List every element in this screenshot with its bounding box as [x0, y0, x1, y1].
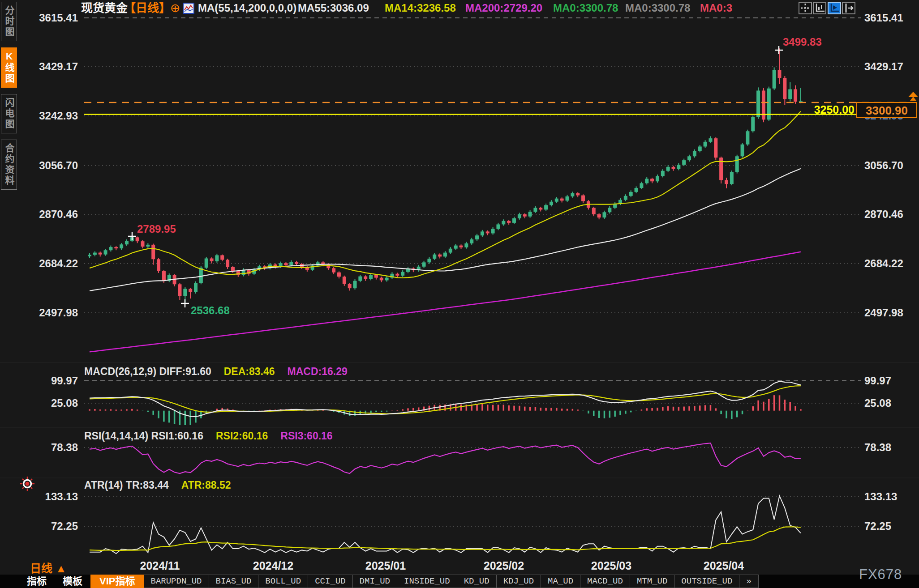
- y-axis-label-right: 99.97: [864, 375, 891, 387]
- rsi-hdr-part-1: RSI(14,14,14) RSI1:60.16: [84, 430, 203, 442]
- last-price-tag: 3300.90: [856, 102, 917, 118]
- y-axis-label-right: 2870.46: [864, 209, 903, 220]
- toolbar-tab-kdj_ud[interactable]: KDJ_UD: [496, 575, 541, 588]
- y-axis-label-left: 2497.98: [26, 307, 78, 319]
- trading-terminal: 分时图K线图闪电图合约资料 现货黄金 【日线】 ⊕ MA(55,14,200,0…: [0, 0, 919, 588]
- y-axis-label-right: 3615.41: [864, 12, 903, 24]
- macd-hdr-part-1: MACD(26,12,9) DIFF:91.60: [84, 366, 211, 377]
- chart-mode-sidebar: 分时图K线图闪电图合约资料: [0, 2, 15, 190]
- level-line-label: 3250.00: [788, 103, 855, 116]
- toolbar-tab-dmi_ud[interactable]: DMI_UD: [352, 575, 397, 588]
- toolbar-tab-outside_ud[interactable]: OUTSIDE_UD: [674, 575, 739, 588]
- atr-header: ATR(14) TR:83.44ATR:88.52: [84, 479, 244, 491]
- watermark-fx678: FX678: [859, 567, 902, 583]
- sidebar-item-3[interactable]: 闪电图: [1, 94, 17, 133]
- sidebar-item-4[interactable]: 合约资料: [1, 140, 17, 190]
- toolbar-tab-bias_ud[interactable]: BIAS_UD: [209, 575, 259, 588]
- toolbar-tab-inside_ud[interactable]: INSIDE_UD: [397, 575, 457, 588]
- y-axis-label-right: 133.13: [864, 491, 897, 503]
- axis-auto-icon[interactable]: [828, 2, 841, 14]
- macd-header: MACD(26,12,9) DIFF:91.60DEA:83.46MACD:16…: [84, 366, 360, 378]
- y-axis-label-left: 99.97: [26, 375, 78, 387]
- ma-readout-3: MA200:2729.20: [465, 1, 542, 15]
- mini-chart-icon[interactable]: [183, 3, 194, 16]
- live-record-icon[interactable]: [20, 476, 35, 493]
- y-axis-label-right: 2684.22: [864, 258, 903, 269]
- candlestick-chart-canvas[interactable]: [0, 0, 919, 588]
- toolbar-tab-mtm_ud[interactable]: MTM_UD: [630, 575, 674, 588]
- timeframe-selector[interactable]: 日线 ▲: [30, 559, 67, 575]
- ma-readout-2: MA14:3236.58: [385, 1, 456, 15]
- y-axis-label-left: 3429.17: [26, 61, 78, 72]
- y-axis-label-right: 3056.70: [864, 160, 903, 171]
- x-axis-month-label: 2025/01: [365, 559, 406, 572]
- rsi-header: RSI(14,14,14) RSI1:60.16RSI2:60.16RSI3:6…: [84, 430, 345, 442]
- macd-hdr-part-2: DEA:83.46: [224, 366, 275, 377]
- rsi-hdr-part-3: RSI3:60.16: [280, 430, 332, 442]
- symbol-title: 现货黄金: [81, 1, 128, 15]
- toolbar-tab-[interactable]: 模板: [55, 575, 90, 588]
- x-axis-month-label: 2025/02: [484, 559, 524, 572]
- ma-readout-1: MA55:3036.09: [298, 1, 369, 15]
- toolbar-tab-cci_ud[interactable]: CCI_UD: [308, 575, 352, 588]
- x-axis-month-label: 2025/04: [704, 559, 744, 572]
- price-up-arrow-inner-icon: [910, 97, 916, 101]
- y-axis-label-left: 72.25: [26, 520, 78, 532]
- atr-hdr-part-1: ATR(14) TR:83.44: [84, 479, 169, 491]
- x-axis-month-label: 2024/11: [140, 559, 180, 572]
- y-axis-label-right: 78.38: [864, 442, 891, 453]
- timeframe-tag[interactable]: 【日线】: [124, 1, 171, 15]
- y-axis-label-right: 72.25: [864, 520, 891, 532]
- toolbar-tab-[interactable]: »: [739, 575, 758, 588]
- indicator-toolbar: 指标模板VIP指标BARUPDN_UDBIAS_UDBOLL_UDCCI_UDD…: [0, 575, 919, 588]
- y-axis-label-right: 3429.17: [864, 61, 903, 72]
- axis-scale-icon[interactable]: [813, 2, 826, 14]
- rsi-hdr-part-2: RSI2:60.16: [216, 430, 268, 442]
- y-axis-label-left: 3242.93: [26, 110, 78, 122]
- y-axis-label-right: 2497.98: [864, 307, 903, 319]
- x-axis-month-label: 2024/12: [253, 559, 293, 572]
- toolbar-tab-ma_ud[interactable]: MA_UD: [541, 575, 580, 588]
- ma-readout-5: MA0:3300.78: [625, 1, 690, 15]
- y-axis-label-left: 78.38: [26, 442, 78, 453]
- macd-hdr-part-3: MACD:16.29: [288, 366, 348, 377]
- toolbar-tab-vip[interactable]: VIP指标: [90, 575, 144, 588]
- timeframe-arrow-icon: ▲: [56, 562, 67, 575]
- y-axis-label-right: 25.08: [864, 397, 891, 409]
- y-axis-label-left: 2870.46: [26, 209, 78, 220]
- ma-readout-4: MA0:3300.78: [553, 1, 618, 15]
- sidebar-item-1[interactable]: 分时图: [1, 2, 17, 41]
- toolbar-tab-macd_ud[interactable]: MACD_UD: [580, 575, 630, 588]
- exit-right-icon[interactable]: [842, 2, 855, 14]
- toolbar-tab-barupdn_ud[interactable]: BARUPDN_UD: [144, 575, 209, 588]
- ma-settings-label: MA(55,14,200,0,0,0): [198, 1, 296, 15]
- sidebar-item-2[interactable]: K线图: [1, 47, 17, 88]
- y-axis-label-left: 25.08: [26, 397, 78, 409]
- toolbar-tab-[interactable]: 指标: [19, 575, 55, 588]
- y-axis-label-left: 2684.22: [26, 258, 78, 269]
- ma-readout-6: MA0:3: [700, 1, 732, 15]
- price-annotation-3: 2536.68: [191, 304, 230, 317]
- add-indicator-icon[interactable]: ⊕: [170, 1, 180, 15]
- atr-hdr-part-2: ATR:88.52: [181, 479, 231, 491]
- x-axis-month-label: 2025/03: [591, 559, 631, 572]
- y-axis-label-left: 3615.41: [26, 12, 78, 24]
- y-axis-label-left: 3056.70: [26, 160, 78, 171]
- price-annotation-2: 2789.95: [137, 223, 176, 235]
- toolbar-tab-boll_ud[interactable]: BOLL_UD: [258, 575, 308, 588]
- pan-crosshair-icon[interactable]: [799, 2, 812, 14]
- price-annotation-1: 3499.83: [783, 36, 822, 48]
- toolbar-tab-kd_ud[interactable]: KD_UD: [457, 575, 497, 588]
